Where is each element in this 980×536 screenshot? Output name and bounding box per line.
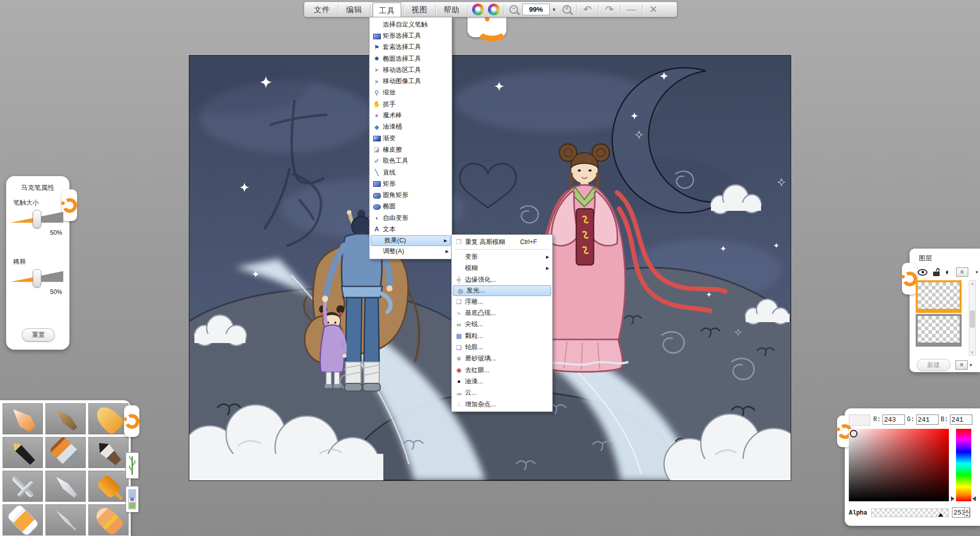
toolbar-separator [598, 5, 599, 15]
tools-menu-item-move-selection[interactable]: ➤移动选区工具 [370, 64, 452, 76]
layer-opacity-icon[interactable]: ◐ [945, 268, 950, 276]
layer-thumbnail[interactable] [916, 314, 962, 347]
menu-file[interactable]: 文件 [308, 3, 336, 16]
tools-menu-item-paint-bucket[interactable]: ◆油漆桶 [370, 121, 452, 133]
menu-view[interactable]: 视图 [406, 3, 433, 16]
red-value-field[interactable] [883, 415, 905, 425]
undo-button[interactable]: ↶ [579, 4, 596, 15]
menu-edit[interactable]: 编辑 [340, 3, 368, 16]
effects-menu-item-edge-enhance[interactable]: ╪边缘强化... [452, 274, 552, 285]
layer-thumbnail-selected[interactable] [916, 280, 962, 313]
tools-menu-item-adjust[interactable]: 调整(A)▶ [370, 246, 452, 257]
layer-menu-button[interactable]: ≡ [956, 267, 968, 277]
scroll-up-icon[interactable]: ∧ [969, 281, 975, 286]
alpha-marker-icon[interactable] [938, 513, 943, 517]
tools-menu-item-rect-tool[interactable]: 矩形 [370, 178, 452, 189]
tools-menu-item-ellipse-select[interactable]: ✹椭圆选择工具 [370, 53, 452, 64]
effects-menu-item-grain[interactable]: ▦颗粒... [452, 330, 552, 342]
tools-menu-item-roundrect-tool[interactable]: 圆角矩形 [370, 189, 452, 201]
brush-marker[interactable] [88, 403, 129, 434]
effects-menu-item-blur[interactable]: 模糊▶ [452, 263, 552, 274]
reset-button[interactable]: 重置 [22, 328, 55, 342]
tools-menu-item-move-image[interactable]: ➤移动图像工具 [370, 76, 452, 87]
tools-menu-item-custom-brush[interactable]: 选择自定义笔触 [370, 19, 452, 30]
effects-menu-item-emboss[interactable]: ❏浮雕... [452, 296, 552, 307]
layer-lock-icon[interactable] [933, 272, 940, 276]
bamboo-panel-button[interactable] [126, 452, 139, 479]
effects-menu-item-repeat-gaussian-blur[interactable]: ❐重复 高斯模糊Ctrl+F [452, 236, 552, 248]
tools-menu-item-text-tool[interactable]: A文本 [370, 224, 452, 235]
brush-detail-knife[interactable] [45, 504, 86, 535]
effects-menu-item-clouds[interactable]: ☁云... [452, 387, 552, 399]
alpha-spin-down-button[interactable]: ▼ [964, 513, 970, 518]
hue-slider[interactable] [956, 429, 971, 501]
zoom-level-value[interactable]: 99% [522, 4, 550, 15]
effects-menu-item-frosted-glass[interactable]: ❅磨砂玻璃... [452, 353, 552, 364]
brush-pencil[interactable] [3, 403, 43, 434]
panel-collapse-handle[interactable] [124, 405, 139, 437]
brush-flat-brush[interactable] [45, 437, 86, 468]
dilution-slider[interactable] [10, 269, 63, 286]
brush-size-slider[interactable] [10, 210, 63, 227]
redo-button[interactable]: ↷ [601, 4, 618, 15]
tools-menu-item-color-picker-tool[interactable]: ✐取色工具 [370, 156, 452, 167]
new-layer-button[interactable]: 新建 [917, 359, 950, 371]
tools-menu-item-rect-select[interactable]: 矩形选择工具 [370, 30, 452, 41]
menu-help[interactable]: 帮助 [438, 3, 465, 16]
tools-menu-item-freeform-tool[interactable]: ◗自由变形 [370, 212, 452, 224]
brush-airbrush[interactable] [3, 471, 43, 502]
tools-menu-item-gradient-tool[interactable]: 渐变 [370, 133, 452, 144]
tools-menu-item-ellipse-tool[interactable]: 椭圆 [370, 201, 452, 212]
tools-menu-item-eraser-tool[interactable]: ◪橡皮擦 [370, 144, 452, 155]
effects-menu-item-add-noise[interactable]: ∴增加杂点... [452, 399, 552, 410]
effects-menu-item-sharpen[interactable]: ∞尖锐... [452, 319, 552, 330]
mascot-logo [468, 16, 506, 37]
brush-wood-pencil[interactable] [45, 403, 86, 434]
color-cursor-icon[interactable] [850, 430, 857, 437]
picture-panel-button[interactable] [126, 486, 139, 513]
hue-marker-right-icon[interactable] [972, 496, 976, 501]
tools-menu-item-zoom-tool[interactable]: ⚲缩放 [370, 87, 452, 99]
brush-fountain-pen[interactable] [3, 437, 43, 468]
zoom-tool-icon: ⚲ [371, 90, 383, 96]
tools-menu-item-line-tool[interactable]: ╲直线 [370, 167, 452, 178]
tools-menu-item-effects[interactable]: 效果(C)▶ [371, 235, 451, 246]
brush-round-brush[interactable] [88, 437, 129, 468]
menu-tools[interactable]: 工具 [373, 3, 401, 18]
effects-menu-item-oil-paint[interactable]: ●油漆... [452, 376, 552, 387]
hue-marker-left-icon[interactable] [951, 496, 954, 501]
scrollbar-thumb[interactable] [970, 310, 975, 328]
blue-value-field[interactable] [950, 415, 972, 425]
minimize-button[interactable]: — [623, 4, 640, 15]
alpha-slider[interactable] [871, 508, 949, 517]
chevron-down-icon[interactable]: ▼ [969, 363, 973, 368]
alpha-spin-up-button[interactable]: ▲ [964, 507, 970, 513]
effects-menu-item-transform[interactable]: 变形▶ [452, 251, 552, 262]
tools-menu-item-hand-tool[interactable]: ✋抓手 [370, 99, 452, 110]
brush-palette-knife[interactable] [45, 471, 86, 502]
chevron-down-icon[interactable]: ▼ [975, 270, 979, 275]
zoom-dropdown-caret-icon[interactable]: ▼ [552, 7, 556, 12]
layer-list-scrollbar[interactable]: ∧ ∨ [969, 280, 976, 356]
effects-menu-item-bas-relief[interactable]: ≈基底凸现... [452, 307, 552, 319]
slider-thumb[interactable] [33, 269, 41, 287]
effects-menu-item-red-eye-removal[interactable]: ◉去红眼... [452, 364, 552, 376]
saturation-value-field[interactable] [849, 429, 949, 501]
effects-menu-item-glow[interactable]: ◎发光... [453, 285, 551, 296]
zoom-in-button[interactable]: + [562, 5, 571, 14]
panel-collapse-handle[interactable] [62, 189, 77, 221]
scroll-down-icon[interactable]: ∨ [969, 350, 975, 355]
green-value-field[interactable] [916, 415, 939, 425]
brush-crayon[interactable] [88, 504, 129, 535]
close-button[interactable]: ✕ [645, 4, 662, 15]
tools-menu-item-magic-wand[interactable]: ✶魔术棒 [370, 110, 452, 121]
layer-visibility-icon[interactable] [918, 269, 927, 276]
zoom-out-button[interactable]: − [509, 5, 518, 14]
tools-menu-item-lasso-select[interactable]: ⚑套索选择工具 [370, 42, 452, 53]
brush-paint-tube[interactable] [3, 504, 43, 535]
layers-options-button[interactable]: ≡ [955, 360, 968, 370]
slider-thumb[interactable] [33, 210, 41, 228]
brush-paint-roller[interactable] [88, 471, 129, 502]
effects-menu-item-contour[interactable]: ❏轮廓... [452, 342, 552, 353]
panel-collapse-handle[interactable] [902, 263, 917, 295]
